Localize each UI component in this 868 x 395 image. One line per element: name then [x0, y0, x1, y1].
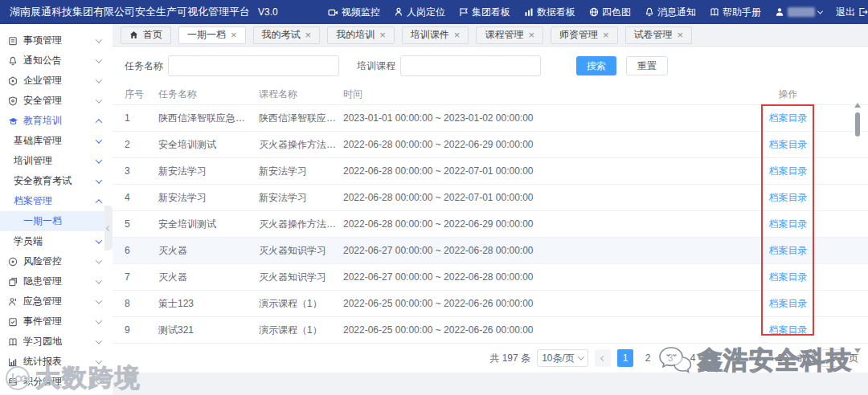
sidebar-item-student-portal[interactable]: 学员端 — [0, 231, 113, 251]
course-input[interactable] — [400, 55, 541, 76]
sidebar-item-label: 事项管理 — [23, 34, 62, 47]
sidebar-item-points[interactable]: 积分管理 — [0, 372, 113, 392]
topbar-item-video-monitor[interactable]: 视频监控 — [328, 6, 380, 19]
archive-directory-link[interactable]: 档案目录 — [750, 191, 826, 205]
shield-icon — [8, 96, 18, 106]
sidebar-item-incident[interactable]: 事件管理 — [0, 312, 113, 332]
tab-my-exams[interactable]: 我的考试 × — [253, 26, 321, 44]
sidebar-item-label: 培训管理 — [14, 154, 52, 168]
archive-directory-link[interactable]: 档案目录 — [750, 244, 826, 258]
graduation-cap-icon — [8, 116, 18, 126]
tab-course-mgmt[interactable]: 课程管理 × — [476, 26, 543, 44]
archive-directory-link[interactable]: 档案目录 — [750, 324, 826, 337]
topbar-user-menu[interactable] — [775, 7, 822, 17]
sidebar-item-label: 学习园地 — [23, 335, 62, 348]
topbar-item-four-color-map[interactable]: 四色图 — [589, 6, 631, 19]
sidebar-item-label: 风险管控 — [23, 255, 62, 268]
page-number-1[interactable]: 1 — [617, 349, 633, 367]
close-icon[interactable]: × — [528, 30, 534, 40]
scrollbar-thumb[interactable] — [855, 112, 860, 136]
close-icon[interactable]: × — [678, 30, 684, 40]
topbar-item-message-notice[interactable]: 消息通知 — [645, 6, 696, 19]
sidebar-item-label: 一期一档 — [23, 214, 62, 228]
sidebar-item-notices[interactable]: 通知公告 — [0, 51, 113, 71]
cell-time: 2022-06-27 00:00:00 ~ 2022-06-28 00:00:0… — [343, 271, 750, 283]
sidebar-item-base-library[interactable]: 基础库管理 — [0, 131, 113, 151]
reset-button[interactable]: 重置 — [626, 56, 668, 75]
content-card: 任务名称 培训课程 搜索 重置 序号 任务名称 课程名称 时间 操作 1 陕西信… — [113, 47, 868, 373]
archive-directory-link[interactable]: 档案目录 — [750, 218, 826, 231]
page-ellipsis[interactable]: ... — [752, 349, 768, 367]
page-number-20[interactable]: 20 — [775, 349, 791, 367]
sidebar-item-archives-mgmt[interactable]: 档案管理 — [0, 191, 113, 211]
archive-directory-link[interactable]: 档案目录 — [750, 138, 826, 152]
sidebar-item-education-training[interactable]: 教育培训 — [0, 111, 113, 131]
page-number-2[interactable]: 2 — [640, 349, 656, 367]
tab-home[interactable]: 首页 — [121, 26, 171, 44]
page-number-6[interactable]: 6 — [730, 349, 746, 367]
tab-training-courseware[interactable]: 培训课件 × — [402, 26, 469, 44]
sidebar-collapse-handle[interactable] — [104, 206, 113, 250]
sidebar-item-label: 学员端 — [14, 234, 43, 248]
tab-label: 我的考试 — [262, 28, 301, 42]
sidebar-item-emergency[interactable]: 应急管理 — [0, 291, 113, 312]
close-icon[interactable]: × — [379, 30, 386, 40]
archive-directory-link[interactable]: 档案目录 — [750, 297, 826, 311]
sidebar-item-label: 统计报表 — [23, 355, 62, 369]
sidebar-item-one-period-one-file[interactable]: 一期一档 — [0, 211, 113, 231]
tab-one-period-one-file[interactable]: 一期一档 × — [178, 26, 246, 44]
close-icon[interactable]: × — [454, 30, 461, 40]
prev-page-button[interactable] — [595, 349, 611, 367]
tab-teacher-mgmt[interactable]: 师资管理 × — [551, 26, 618, 44]
sidebar-item-hidden-danger[interactable]: 隐患管理 — [0, 271, 113, 291]
close-icon[interactable]: × — [603, 30, 609, 40]
sidebar-item-statistics[interactable]: 统计报表 — [0, 352, 113, 372]
chevron-down-icon — [96, 159, 101, 164]
goto-page: 前往 页 — [797, 349, 858, 367]
goto-label: 前往 — [797, 352, 817, 365]
message-bell-icon — [645, 7, 654, 17]
topbar-item-data-board[interactable]: 数据看板 — [524, 6, 575, 19]
logout-button[interactable]: 退出 — [836, 6, 868, 19]
tab-my-training[interactable]: 我的培训 × — [327, 26, 395, 44]
page-number-4[interactable]: 4 — [685, 349, 701, 367]
goto-page-input[interactable] — [821, 349, 845, 367]
sidebar-item-safety-exam[interactable]: 安全教育考试 — [0, 171, 113, 191]
sidebar-item-safety[interactable]: 安全管理 — [0, 91, 113, 111]
sidebar-item-matters[interactable]: 事项管理 — [0, 31, 113, 51]
sidebar-item-risk-control[interactable]: 风险管控 — [0, 251, 113, 271]
page-number-5[interactable]: 5 — [707, 349, 723, 367]
chevron-down-icon — [96, 259, 101, 264]
page-number-3[interactable]: 3 — [662, 349, 678, 367]
close-icon[interactable]: × — [305, 30, 312, 40]
task-name-input[interactable] — [168, 55, 339, 76]
logout-icon — [858, 7, 868, 17]
close-icon[interactable]: × — [231, 30, 237, 40]
topbar-item-group-board[interactable]: 集团看板 — [459, 6, 510, 19]
search-button[interactable]: 搜索 — [576, 56, 616, 75]
topbar-item-person-position[interactable]: 人岗定位 — [394, 6, 445, 19]
sidebar-item-training-mgmt[interactable]: 培训管理 — [0, 151, 113, 171]
sidebar-item-label: 教育培训 — [23, 114, 62, 128]
sidebar-item-study-garden[interactable]: 学习园地 — [0, 332, 113, 352]
cell-course: 灭火器知识学习 — [259, 244, 343, 258]
page-size-select[interactable]: 10条/页 — [537, 349, 588, 367]
archive-directory-link[interactable]: 档案目录 — [750, 271, 826, 284]
archive-directory-link[interactable]: 档案目录 — [750, 165, 826, 178]
cell-course: 演示课程（1） — [259, 297, 343, 311]
scroll-down-arrow-icon[interactable] — [854, 348, 861, 353]
column-header-task: 任务名称 — [158, 88, 259, 101]
cell-time: 2022-06-25 00:00:00 ~ 2022-06-26 00:00:0… — [343, 324, 750, 336]
topbar-item-help-manual[interactable]: 帮助手册 — [710, 6, 761, 19]
topbar-item-label: 集团看板 — [472, 6, 510, 19]
archive-directory-link[interactable]: 档案目录 — [750, 112, 826, 125]
table-scrollbar[interactable] — [854, 103, 862, 353]
clipboard-icon — [8, 36, 18, 46]
archive-table: 序号 任务名称 课程名称 时间 操作 1 陕西信泽智联应急演练 陕西信泽智联应急… — [113, 84, 868, 344]
tab-label: 师资管理 — [559, 28, 598, 42]
tab-paper-mgmt[interactable]: 试卷管理 × — [625, 26, 693, 44]
video-icon — [328, 7, 338, 18]
cell-task: 安全培训测试 — [158, 218, 259, 231]
scroll-up-arrow-icon[interactable] — [854, 103, 861, 108]
sidebar-item-enterprise[interactable]: 企业管理 — [0, 71, 113, 91]
